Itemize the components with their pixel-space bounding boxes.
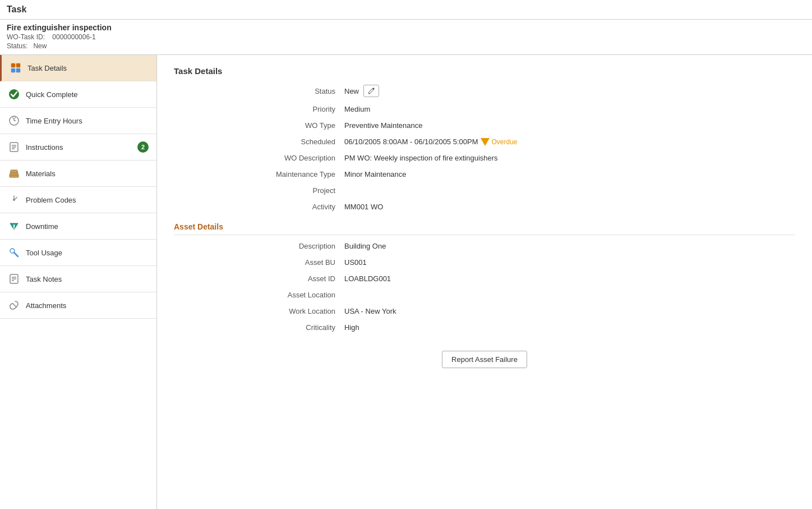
sidebar-item-time-entry-hours[interactable]: Time Entry Hours (0, 108, 156, 134)
report-asset-failure-row: Report Asset Failure (232, 345, 737, 368)
quick-complete-icon (8, 88, 20, 100)
asset-description-label: Description (232, 242, 344, 250)
sidebar-label-problem-codes: Problem Codes (26, 196, 76, 204)
task-name: Fire extinguisher inspection (7, 23, 805, 32)
asset-id-label: Asset ID (232, 274, 344, 283)
asset-id-value: LOABLDG001 (344, 274, 737, 283)
content-area: Task Details Status New Prio (157, 55, 812, 509)
criticality-value: High (344, 323, 737, 332)
sidebar: Task Details Quick Complete (0, 55, 157, 509)
sidebar-item-tool-usage[interactable]: Tool Usage (0, 240, 156, 266)
scheduled-value: 06/10/2005 8:00AM - 06/10/2005 5:00PM (344, 137, 478, 146)
sidebar-label-attachments: Attachments (26, 301, 66, 310)
asset-details-grid: Description Building One Asset BU US001 … (232, 242, 737, 368)
svg-rect-0 (11, 63, 15, 67)
task-meta: WO-Task ID: 0000000006-1 (7, 33, 805, 41)
svg-line-23 (14, 253, 18, 256)
status-edit-button[interactable] (363, 85, 379, 97)
time-entry-icon (8, 114, 20, 127)
status-label: Status (232, 85, 344, 97)
wo-description-value: PM WO: Weekly inspection of fire extingu… (344, 154, 737, 162)
sidebar-item-task-notes[interactable]: Task Notes (0, 266, 156, 292)
sidebar-item-downtime[interactable]: Downtime (0, 213, 156, 240)
overdue-triangle-icon (481, 138, 490, 146)
overdue-text: Overdue (492, 138, 518, 146)
svg-point-4 (9, 89, 19, 99)
downtime-icon (8, 220, 20, 232)
work-location-label: Work Location (232, 307, 344, 315)
scheduled-value-container: 06/10/2005 8:00AM - 06/10/2005 5:00PM Ov… (344, 137, 737, 146)
asset-location-value (344, 291, 737, 299)
asset-location-label: Asset Location (232, 291, 344, 299)
activity-label: Activity (232, 203, 344, 211)
task-status-value: New (33, 42, 47, 50)
wo-type-label: WO Type (232, 121, 344, 130)
wo-task-id-label: WO-Task ID: (7, 33, 45, 41)
sidebar-label-task-details: Task Details (27, 64, 67, 72)
criticality-label: Criticality (232, 323, 344, 332)
sidebar-item-task-details[interactable]: Task Details (0, 55, 156, 81)
svg-rect-2 (11, 68, 15, 72)
sidebar-label-materials: Materials (26, 169, 56, 178)
page-header: Task (0, 0, 812, 20)
wo-task-id-value: 0000000006-1 (52, 33, 95, 41)
work-location-value: USA - New York (344, 307, 737, 315)
project-value (344, 186, 737, 195)
task-info-bar: Fire extinguisher inspection WO-Task ID:… (0, 20, 812, 55)
materials-icon (8, 167, 20, 180)
task-details-grid: Status New Priority Medium WO Type (232, 85, 737, 211)
project-label: Project (232, 186, 344, 195)
wo-description-label: WO Description (232, 154, 344, 162)
sidebar-label-quick-complete: Quick Complete (26, 90, 77, 99)
svg-rect-3 (16, 68, 20, 72)
asset-description-value: Building One (344, 242, 737, 250)
problem-codes-icon (8, 194, 20, 206)
content-section-title: Task Details (174, 66, 795, 76)
priority-value: Medium (344, 105, 737, 113)
attachments-icon (8, 299, 20, 311)
status-value-container: New (344, 85, 737, 97)
scheduled-label: Scheduled (232, 137, 344, 146)
maintenance-type-value: Minor Maintenance (344, 170, 737, 178)
sidebar-label-time-entry: Time Entry Hours (26, 117, 82, 125)
sidebar-label-task-notes: Task Notes (26, 275, 62, 283)
svg-point-21 (13, 228, 15, 229)
asset-bu-value: US001 (344, 258, 737, 267)
svg-line-18 (15, 198, 17, 199)
status-value: New (344, 87, 359, 95)
task-details-icon (10, 62, 22, 74)
page-title: Task (7, 4, 26, 14)
sidebar-item-problem-codes[interactable]: Problem Codes (0, 187, 156, 213)
task-status-label: Status: (7, 42, 27, 50)
priority-label: Priority (232, 105, 344, 113)
sidebar-item-instructions[interactable]: Instructions 2 (0, 134, 156, 161)
svg-rect-15 (11, 170, 17, 173)
instructions-badge: 2 (137, 141, 149, 153)
task-notes-icon (8, 273, 20, 285)
wo-type-value: Preventive Maintenance (344, 121, 737, 130)
asset-bu-label: Asset BU (232, 258, 344, 267)
activity-value: MM001 WO (344, 203, 737, 211)
maintenance-type-label: Maintenance Type (232, 170, 344, 178)
svg-rect-1 (16, 63, 20, 67)
task-status-meta: Status: New (7, 42, 805, 50)
report-asset-failure-button[interactable]: Report Asset Failure (442, 351, 527, 368)
sidebar-label-downtime: Downtime (26, 222, 58, 231)
tool-usage-icon (8, 246, 20, 259)
instructions-icon (8, 141, 20, 153)
main-layout: Task Details Quick Complete (0, 55, 812, 509)
sidebar-item-attachments[interactable]: Attachments (0, 292, 156, 319)
sidebar-item-materials[interactable]: Materials (0, 161, 156, 187)
sidebar-item-quick-complete[interactable]: Quick Complete (0, 81, 156, 108)
sidebar-label-tool-usage: Tool Usage (26, 249, 62, 257)
sidebar-label-instructions: Instructions (26, 143, 63, 152)
asset-details-title: Asset Details (174, 222, 795, 235)
